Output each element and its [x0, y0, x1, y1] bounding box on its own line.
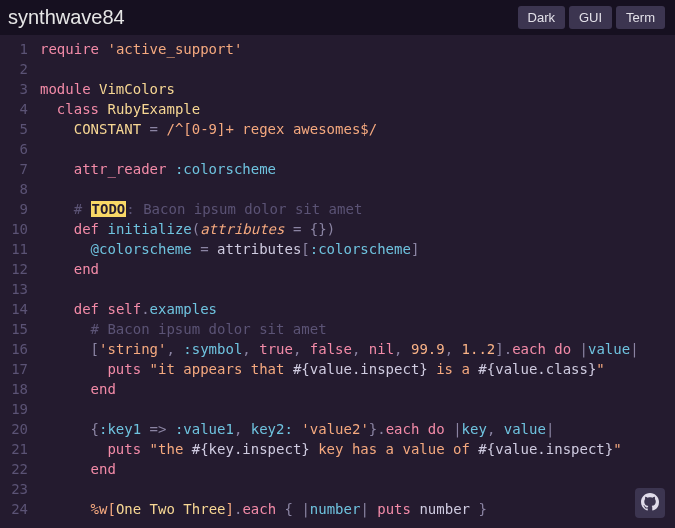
code-line: end: [40, 459, 675, 479]
code-line: CONSTANT = /^[0-9]+ regex awesomes$/: [40, 119, 675, 139]
tab-term[interactable]: Term: [616, 6, 665, 29]
line-number: 12: [0, 259, 28, 279]
theme-title: synthwave84: [8, 6, 125, 29]
code-line: [40, 279, 675, 299]
code-line: # TODO: Bacon ipsum dolor sit amet: [40, 199, 675, 219]
line-number: 17: [0, 359, 28, 379]
line-number: 13: [0, 279, 28, 299]
line-number: 8: [0, 179, 28, 199]
line-number: 15: [0, 319, 28, 339]
code-line: [40, 139, 675, 159]
line-number: 4: [0, 99, 28, 119]
line-number: 22: [0, 459, 28, 479]
line-number: 19: [0, 399, 28, 419]
line-number: 7: [0, 159, 28, 179]
code-line: ['string', :symbol, true, false, nil, 99…: [40, 339, 675, 359]
code-line: end: [40, 379, 675, 399]
line-number: 2: [0, 59, 28, 79]
tab-dark[interactable]: Dark: [518, 6, 565, 29]
mode-tabs: Dark GUI Term: [518, 6, 665, 29]
code-line: def initialize(attributes = {}): [40, 219, 675, 239]
line-number: 9: [0, 199, 28, 219]
code-editor: 1 2 3 4 5 6 7 8 9 10 11 12 13 14 15 16 1…: [0, 35, 675, 519]
code-line: @colorscheme = attributes[:colorscheme]: [40, 239, 675, 259]
code-line: [40, 59, 675, 79]
line-number: 14: [0, 299, 28, 319]
code-line: puts "it appears that #{value.inspect} i…: [40, 359, 675, 379]
code-line: [40, 399, 675, 419]
line-number: 11: [0, 239, 28, 259]
line-number: 6: [0, 139, 28, 159]
code-line: {:key1 => :value1, key2: 'value2'}.each …: [40, 419, 675, 439]
line-number: 16: [0, 339, 28, 359]
line-number: 24: [0, 499, 28, 519]
code-line: class RubyExample: [40, 99, 675, 119]
code-line: [40, 179, 675, 199]
code-line: require 'active_support': [40, 39, 675, 59]
code-line: [40, 479, 675, 499]
code-line: end: [40, 259, 675, 279]
github-icon: [641, 493, 659, 514]
line-number: 18: [0, 379, 28, 399]
line-number: 10: [0, 219, 28, 239]
tab-gui[interactable]: GUI: [569, 6, 612, 29]
code-line: def self.examples: [40, 299, 675, 319]
header: synthwave84 Dark GUI Term: [0, 0, 675, 35]
line-number: 3: [0, 79, 28, 99]
code-line: puts "the #{key.inspect} key has a value…: [40, 439, 675, 459]
code-line: module VimColors: [40, 79, 675, 99]
code-line: %w[One Two Three].each { |number| puts n…: [40, 499, 675, 519]
line-number-gutter: 1 2 3 4 5 6 7 8 9 10 11 12 13 14 15 16 1…: [0, 39, 34, 519]
code-line: # Bacon ipsum dolor sit amet: [40, 319, 675, 339]
code-line: attr_reader :colorscheme: [40, 159, 675, 179]
line-number: 20: [0, 419, 28, 439]
line-number: 21: [0, 439, 28, 459]
line-number: 23: [0, 479, 28, 499]
code-area[interactable]: require 'active_support' module VimColor…: [34, 39, 675, 519]
line-number: 5: [0, 119, 28, 139]
github-link[interactable]: [635, 488, 665, 518]
line-number: 1: [0, 39, 28, 59]
